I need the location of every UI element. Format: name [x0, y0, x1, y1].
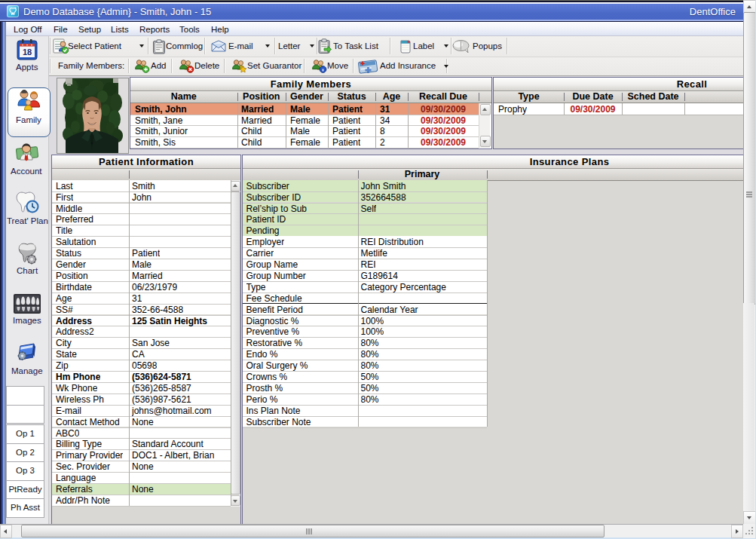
svg-text:18: 18 — [23, 47, 32, 57]
